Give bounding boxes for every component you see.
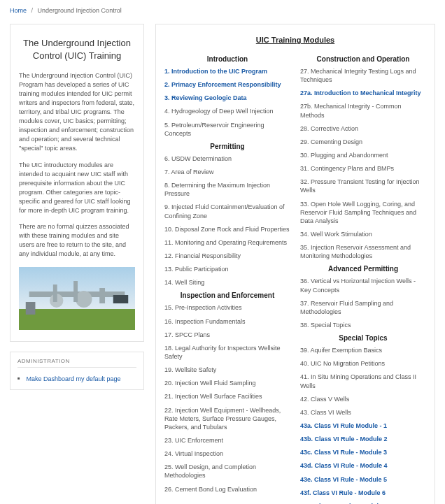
breadcrumb-home[interactable]: Home xyxy=(10,7,27,14)
breadcrumb-sep: / xyxy=(31,7,34,14)
module-section-title: Advanced Permitting xyxy=(300,265,426,273)
module-item[interactable]: 43e. Class VI Rule - Module 5 xyxy=(300,475,426,484)
module-item[interactable]: 4. Hydrogeology of Deep Well Injection xyxy=(164,107,290,115)
module-item[interactable]: 11. Monitoring and Operating Requirement… xyxy=(164,238,290,247)
module-item[interactable]: 39. Aquifer Exemption Basics xyxy=(300,346,426,354)
admin-card: ADMINISTRATION Make Dashboard my default… xyxy=(10,352,144,390)
module-item[interactable]: 43c. Class VI Rule - Module 3 xyxy=(300,448,426,456)
module-item[interactable]: 25. Well Design, and Completion Methodol… xyxy=(164,463,290,480)
module-item[interactable]: 43d. Class VI Rule - Module 4 xyxy=(300,461,426,470)
make-dashboard-default-link[interactable]: Make Dashboard my default page xyxy=(26,375,120,382)
module-item[interactable]: 3. Reviewing Geologic Data xyxy=(164,94,290,102)
module-item[interactable]: 17. SPCC Plans xyxy=(164,331,290,339)
module-item[interactable]: 37. Reservoir Fluid Sampling and Methodo… xyxy=(300,299,426,316)
module-section-title: Introduction xyxy=(164,55,290,63)
module-item[interactable]: 23. UIC Enforcement xyxy=(164,436,290,445)
module-item[interactable]: 15. Pre-Inspection Activities xyxy=(164,303,290,312)
module-item[interactable]: 42. Class V Wells xyxy=(300,395,426,403)
module-item[interactable]: 40. UIC No Migration Petitions xyxy=(300,359,426,368)
svg-rect-5 xyxy=(73,281,78,302)
module-item[interactable]: 30. Plugging and Abandonment xyxy=(300,151,426,159)
admin-list-item: Make Dashboard my default page xyxy=(17,375,136,382)
module-item[interactable]: 8. Determining the Maximum Injection Pre… xyxy=(164,181,290,198)
module-item[interactable]: 43a. Class VI Rule Module - 1 xyxy=(300,422,426,430)
module-item[interactable]: 14. Well Siting xyxy=(164,278,290,287)
module-section-title: Permitting xyxy=(164,143,290,150)
module-item[interactable]: 26. Cement Bond Log Evaluation xyxy=(164,485,290,494)
module-item[interactable]: 29. Cementing Design xyxy=(300,138,426,146)
module-item[interactable]: 21. Injection Well Surface Facilities xyxy=(164,392,290,401)
intro-paragraph: The UIC introductory modules are intende… xyxy=(19,161,135,215)
module-item[interactable]: 19. Wellsite Safety xyxy=(164,366,290,374)
module-item[interactable]: 12. Financial Responsibility xyxy=(164,252,290,260)
module-item[interactable]: 33. Open Hole Well Logging, Coring, and … xyxy=(300,200,426,225)
intro-image xyxy=(19,267,135,330)
module-item[interactable]: 31. Contingency Plans and BMPs xyxy=(300,164,426,173)
admin-heading: ADMINISTRATION xyxy=(17,358,136,368)
module-item[interactable]: 22. Injection Well Equipment - Wellheads… xyxy=(164,406,290,431)
module-item[interactable]: 38. Special Topics xyxy=(300,321,426,329)
module-item[interactable]: 27. Mechanical Integrity Testing Logs an… xyxy=(300,67,426,84)
module-item[interactable]: 32. Pressure Transient Testing for Injec… xyxy=(300,178,426,194)
breadcrumb-current: Underground Injection Control xyxy=(38,7,122,14)
intro-paragraph: The Underground Injection Control (UIC) … xyxy=(19,71,135,153)
page-title: The Underground Injection Control (UIC) … xyxy=(19,37,135,62)
module-item[interactable]: 2. Primacy Enforcement Responsibility xyxy=(164,80,290,89)
svg-rect-8 xyxy=(113,295,128,303)
breadcrumb: Home / Underground Injection Control xyxy=(10,7,435,14)
module-item[interactable]: 28. Corrective Action xyxy=(300,124,426,133)
module-section-title: Inspection and Enforcement xyxy=(164,291,290,299)
svg-rect-7 xyxy=(99,288,105,303)
module-item[interactable]: 9. Injected Fluid Containment/Evaluation… xyxy=(164,203,290,219)
svg-rect-9 xyxy=(26,302,36,315)
module-item[interactable]: 43b. Class VI Rule - Module 2 xyxy=(300,435,426,443)
module-item[interactable]: 5. Petroleum/Reservoir Engineering Conce… xyxy=(164,121,290,138)
module-item[interactable]: 16. Inspection Fundamentals xyxy=(164,317,290,326)
svg-rect-6 xyxy=(53,285,57,302)
module-item[interactable]: 43. Class VI Wells xyxy=(300,408,426,417)
svg-point-4 xyxy=(76,291,92,308)
intro-card: The Underground Injection Control (UIC) … xyxy=(10,24,144,342)
module-item[interactable]: 24. Virtual Inspection xyxy=(164,449,290,458)
module-section-title: Special Topics xyxy=(300,334,426,342)
module-section-title: Construction and Operation xyxy=(300,55,426,63)
module-item[interactable]: 1. Introduction to the UIC Program xyxy=(164,67,290,75)
module-item[interactable]: 6. USDW Determination xyxy=(164,154,290,163)
module-item[interactable]: 27b. Mechanical Integrity - Common Metho… xyxy=(300,102,426,119)
module-item[interactable]: 34. Well Work Stimulation xyxy=(300,230,426,238)
modules-col-left: Introduction1. Introduction to the UIC P… xyxy=(164,52,290,504)
module-item[interactable]: 36. Vertical vs Horizontal Injection Wel… xyxy=(300,277,426,294)
module-item[interactable]: 27a. Introduction to Mechanical Integrit… xyxy=(300,89,426,97)
svg-rect-1 xyxy=(19,309,135,330)
module-item[interactable]: 18. Legal Authority for Inspectors Wells… xyxy=(164,344,290,361)
modules-col-right: Construction and Operation27. Mechanical… xyxy=(300,52,426,504)
modules-card: UIC Training Modules Introduction1. Intr… xyxy=(155,24,435,504)
module-item[interactable]: 7. Area of Review xyxy=(164,168,290,176)
intro-paragraph: There are no formal quizzes associated w… xyxy=(19,222,135,259)
module-item[interactable]: 20. Injection Well Fluid Sampling xyxy=(164,379,290,387)
module-item[interactable]: 41. In Situ Mining Operations and Class … xyxy=(300,373,426,389)
module-item[interactable]: 35. Injection Reservoir Assessment and M… xyxy=(300,243,426,260)
module-item[interactable]: 13. Public Participation xyxy=(164,265,290,273)
modules-heading: UIC Training Modules xyxy=(164,36,426,44)
module-item[interactable]: 43f. Class VI Rule - Module 6 xyxy=(300,489,426,497)
module-item[interactable]: 10. Disposal Zone Rock and Fluid Propert… xyxy=(164,225,290,233)
